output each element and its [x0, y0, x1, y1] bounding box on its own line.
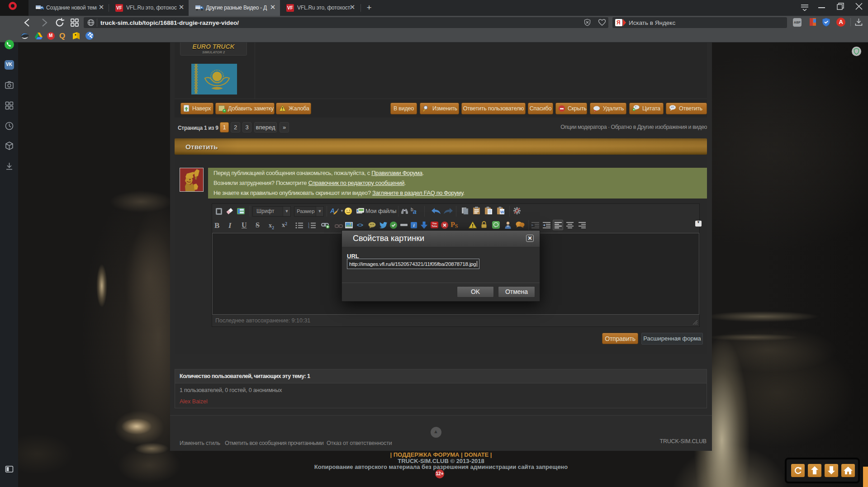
- svg-text:“: “: [635, 106, 637, 109]
- svg-text:”: ”: [372, 223, 374, 227]
- svg-text:W: W: [500, 210, 504, 214]
- svg-text:3: 3: [308, 227, 309, 229]
- svg-text:“: “: [370, 223, 372, 227]
- svg-text:“”: “”: [671, 106, 674, 109]
